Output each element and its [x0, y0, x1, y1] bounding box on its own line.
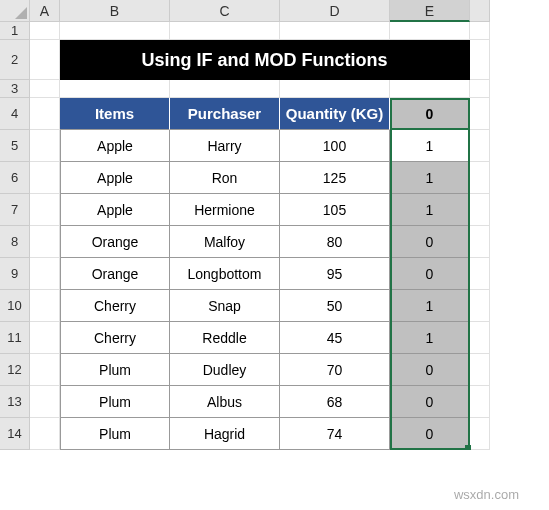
cell-C1[interactable] [170, 22, 280, 40]
cell-C3[interactable] [170, 80, 280, 98]
table-header-purchaser[interactable]: Purchaser [170, 98, 280, 130]
col-header-C[interactable]: C [170, 0, 280, 22]
row-header-11[interactable]: 11 [0, 322, 30, 354]
row-header-8[interactable]: 8 [0, 226, 30, 258]
cell-B5[interactable]: Apple [60, 130, 170, 162]
cell-E3[interactable] [390, 80, 470, 98]
col-header-D[interactable]: D [280, 0, 390, 22]
cell-D13[interactable]: 68 [280, 386, 390, 418]
cell-E1[interactable] [390, 22, 470, 40]
cell-F14[interactable] [470, 418, 490, 450]
cell-E9[interactable]: 0 [390, 258, 470, 290]
cell-B13[interactable]: Plum [60, 386, 170, 418]
cell-D14[interactable]: 74 [280, 418, 390, 450]
cell-F6[interactable] [470, 162, 490, 194]
cell-F10[interactable] [470, 290, 490, 322]
cell-F4[interactable] [470, 98, 490, 130]
cell-C13[interactable]: Albus [170, 386, 280, 418]
cell-B11[interactable]: Cherry [60, 322, 170, 354]
row-header-3[interactable]: 3 [0, 80, 30, 98]
cell-F11[interactable] [470, 322, 490, 354]
cell-D9[interactable]: 95 [280, 258, 390, 290]
cell-D5[interactable]: 100 [280, 130, 390, 162]
cell-F3[interactable] [470, 80, 490, 98]
cell-A4[interactable] [30, 98, 60, 130]
cell-C8[interactable]: Malfoy [170, 226, 280, 258]
cell-B14[interactable]: Plum [60, 418, 170, 450]
cell-F2[interactable] [470, 40, 490, 80]
row-header-1[interactable]: 1 [0, 22, 30, 40]
cell-C6[interactable]: Ron [170, 162, 280, 194]
cell-C12[interactable]: Dudley [170, 354, 280, 386]
cell-C9[interactable]: Longbottom [170, 258, 280, 290]
cell-B7[interactable]: Apple [60, 194, 170, 226]
cell-A14[interactable] [30, 418, 60, 450]
cell-A7[interactable] [30, 194, 60, 226]
table-header-e[interactable]: 0 [390, 98, 470, 130]
table-header-quantity[interactable]: Quantity (KG) [280, 98, 390, 130]
spreadsheet-grid[interactable]: A B C D E 1 2 Using IF and MOD Functions… [0, 0, 549, 450]
cell-A1[interactable] [30, 22, 60, 40]
cell-B9[interactable]: Orange [60, 258, 170, 290]
cell-E14[interactable]: 0 [390, 418, 470, 450]
col-header-B[interactable]: B [60, 0, 170, 22]
cell-A3[interactable] [30, 80, 60, 98]
cell-E11[interactable]: 1 [390, 322, 470, 354]
cell-D10[interactable]: 50 [280, 290, 390, 322]
cell-E13[interactable]: 0 [390, 386, 470, 418]
cell-B12[interactable]: Plum [60, 354, 170, 386]
cell-E6[interactable]: 1 [390, 162, 470, 194]
select-all-corner[interactable] [0, 0, 30, 22]
cell-D1[interactable] [280, 22, 390, 40]
cell-D3[interactable] [280, 80, 390, 98]
table-header-items[interactable]: Items [60, 98, 170, 130]
cell-A9[interactable] [30, 258, 60, 290]
cell-B10[interactable]: Cherry [60, 290, 170, 322]
cell-C5[interactable]: Harry [170, 130, 280, 162]
title-cell[interactable]: Using IF and MOD Functions [60, 40, 470, 80]
cell-D7[interactable]: 105 [280, 194, 390, 226]
cell-D11[interactable]: 45 [280, 322, 390, 354]
cell-A11[interactable] [30, 322, 60, 354]
cell-C14[interactable]: Hagrid [170, 418, 280, 450]
cell-A12[interactable] [30, 354, 60, 386]
cell-B6[interactable]: Apple [60, 162, 170, 194]
row-header-10[interactable]: 10 [0, 290, 30, 322]
cell-B8[interactable]: Orange [60, 226, 170, 258]
cell-D6[interactable]: 125 [280, 162, 390, 194]
col-header-A[interactable]: A [30, 0, 60, 22]
cell-D8[interactable]: 80 [280, 226, 390, 258]
cell-F9[interactable] [470, 258, 490, 290]
cell-E10[interactable]: 1 [390, 290, 470, 322]
cell-B1[interactable] [60, 22, 170, 40]
cell-F12[interactable] [470, 354, 490, 386]
cell-E5[interactable]: 1 [390, 130, 470, 162]
row-header-12[interactable]: 12 [0, 354, 30, 386]
cell-F1[interactable] [470, 22, 490, 40]
cell-E8[interactable]: 0 [390, 226, 470, 258]
cell-F8[interactable] [470, 226, 490, 258]
row-header-4[interactable]: 4 [0, 98, 30, 130]
cell-E12[interactable]: 0 [390, 354, 470, 386]
cell-A5[interactable] [30, 130, 60, 162]
cell-C11[interactable]: Reddle [170, 322, 280, 354]
cell-A10[interactable] [30, 290, 60, 322]
row-header-9[interactable]: 9 [0, 258, 30, 290]
cell-D12[interactable]: 70 [280, 354, 390, 386]
cell-B3[interactable] [60, 80, 170, 98]
row-header-7[interactable]: 7 [0, 194, 30, 226]
row-header-6[interactable]: 6 [0, 162, 30, 194]
row-header-13[interactable]: 13 [0, 386, 30, 418]
col-header-E[interactable]: E [390, 0, 470, 22]
cell-A2[interactable] [30, 40, 60, 80]
cell-A8[interactable] [30, 226, 60, 258]
cell-C10[interactable]: Snap [170, 290, 280, 322]
cell-E7[interactable]: 1 [390, 194, 470, 226]
cell-F13[interactable] [470, 386, 490, 418]
row-header-2[interactable]: 2 [0, 40, 30, 80]
row-header-14[interactable]: 14 [0, 418, 30, 450]
cell-A6[interactable] [30, 162, 60, 194]
cell-F7[interactable] [470, 194, 490, 226]
cell-C7[interactable]: Hermione [170, 194, 280, 226]
cell-A13[interactable] [30, 386, 60, 418]
